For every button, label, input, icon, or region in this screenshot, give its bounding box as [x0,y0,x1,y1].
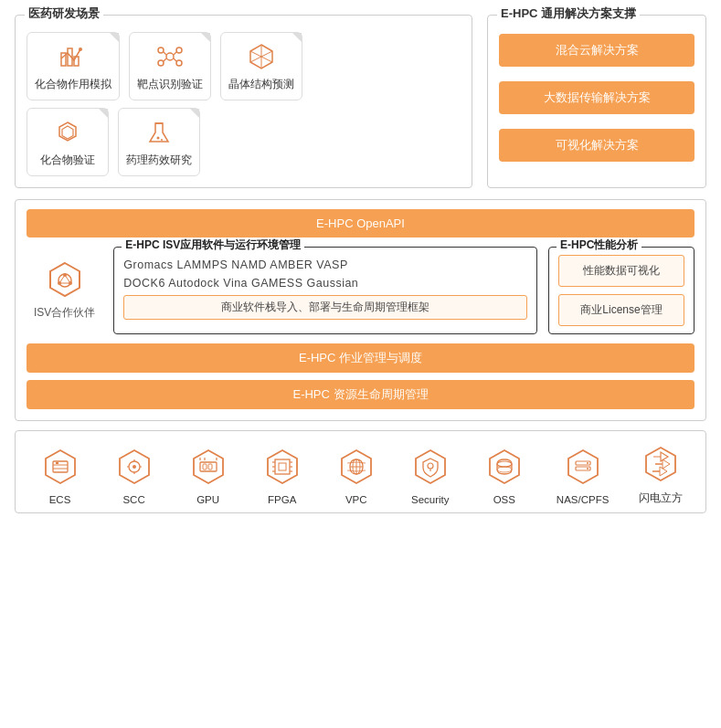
card-label-crystal-predict: 晶体结构预测 [228,77,294,92]
svg-point-4 [166,53,174,60]
software-row-2: DOCK6 Autodock Vina GAMESS Gaussian [123,277,527,290]
infra-nas: NAS/CPFS [557,445,610,505]
medical-section: 医药研发场景 化合物作用模拟 [15,15,472,188]
openapi-bar: E-HPC OpenAPI [27,209,694,237]
flash-label: 闪电立方 [639,491,683,505]
resource-bar: E-HPC 资源生命周期管理 [27,380,694,409]
perf-item-license: 商业License管理 [558,294,684,326]
ecs-label: ECS [49,494,71,505]
svg-line-10 [174,52,176,55]
scc-label: SCC [122,494,144,505]
svg-rect-45 [208,464,212,470]
svg-point-3 [79,47,82,51]
ecs-icon [38,445,82,489]
infra-security: Security [408,445,452,505]
job-bar: E-HPC 作业管理与调度 [27,343,694,373]
svg-point-62 [428,463,433,469]
software-list: Gromacs LAMMPS NAMD AMBER VASP DOCK6 Aut… [123,258,527,320]
svg-point-5 [158,47,164,53]
infra-oss: OSS [482,445,526,505]
svg-marker-30 [46,450,75,483]
perf-item-visualization: 性能数据可视化 [558,255,684,287]
gpu-label: GPU [196,494,219,505]
svg-point-37 [133,465,136,469]
vpc-label: VPC [345,494,367,505]
fpga-icon [260,445,304,489]
svg-point-6 [176,47,182,53]
crystal-icon [247,42,276,71]
svg-marker-49 [268,450,297,483]
hpc-perf-title: E-HPC性能分析 [557,237,641,253]
security-label: Security [411,494,450,505]
vpc-icon [334,445,378,489]
svg-point-8 [176,60,182,66]
ring-icon [53,118,82,147]
svg-point-21 [161,139,163,141]
infra-gpu: GPU [186,445,230,505]
gpu-icon [186,445,230,489]
svg-rect-34 [56,462,58,464]
hybrid-cloud-btn[interactable]: 混合云解决方案 [499,34,694,67]
scc-icon [112,445,156,489]
top-section: 医药研发场景 化合物作用模拟 [15,15,706,188]
svg-point-71 [587,462,588,464]
svg-marker-18 [62,126,73,139]
medical-grid: 化合物作用模拟 [27,32,461,176]
card-label-target-verify: 靶点识别验证 [137,77,203,92]
oss-label: OSS [493,494,515,505]
infra-section: ECS SCC [15,430,706,513]
svg-point-72 [587,468,588,470]
middle-content: ISV合作伙伴 E-HPC ISV应用软件与运行环境管理 Gromacs LAM… [27,247,694,334]
nas-label: NAS/CPFS [557,494,610,505]
svg-point-65 [497,461,512,467]
software-framework-row: 商业软件栈导入、部署与生命周期管理框架 [123,295,527,320]
svg-line-11 [164,58,166,61]
svg-rect-50 [275,459,290,474]
svg-line-12 [174,58,176,61]
svg-line-9 [164,52,166,55]
svg-point-67 [497,467,512,472]
card-label-compound-sim: 化合物作用模拟 [35,77,111,92]
card-label-pharma-research: 药理药效研究 [126,153,192,168]
software-row-1: Gromacs LAMMPS NAMD AMBER VASP [123,258,527,271]
svg-rect-44 [203,464,207,470]
svg-rect-31 [53,461,68,472]
hpc-perf-box: E-HPC性能分析 性能数据可视化 商业License管理 [548,247,694,334]
visualization-btn[interactable]: 可视化解决方案 [499,129,694,162]
svg-point-7 [158,60,164,66]
card-pharma-research: 药理药效研究 [118,108,200,176]
molecule-icon [155,42,185,71]
infra-scc: SCC [112,445,156,505]
infra-flash: 闪电立方 [639,442,683,505]
card-label-compound-verify: 化合物验证 [40,153,95,168]
isv-partner-label: ISV合作伙伴 [34,305,95,321]
hpc-solutions-section: E-HPC 通用解决方案支撑 混合云解决方案 大数据传输解决方案 可视化解决方案 [487,15,706,188]
card-target-verify: 靶点识别验证 [129,32,211,100]
medical-row-2: 化合物验证 药理药效研究 [27,108,461,176]
svg-rect-51 [279,463,286,470]
card-compound-verify: 化合物验证 [27,108,109,176]
infra-fpga: FPGA [260,445,304,505]
card-compound-sim: 化合物作用模拟 [27,32,120,100]
security-icon [408,445,452,489]
middle-section: E-HPC OpenAPI ISV合作伙伴 E-HPC ISV应用软件 [15,199,706,421]
isv-software-title: E-HPC ISV应用软件与运行环境管理 [122,237,304,253]
isv-partner-icon [46,261,84,300]
svg-marker-61 [416,450,445,483]
fpga-label: FPGA [268,494,296,505]
isv-software-box: E-HPC ISV应用软件与运行环境管理 Gromacs LAMMPS NAMD… [113,247,537,334]
nas-icon [561,445,605,489]
medical-row-1: 化合物作用模拟 [27,32,461,100]
card-crystal-predict: 晶体结构预测 [220,32,302,100]
flash-icon [639,442,683,486]
svg-marker-22 [50,263,80,296]
infra-ecs: ECS [38,445,82,505]
medical-title: 医药研发场景 [25,5,103,22]
oss-icon [482,445,526,489]
hpc-solutions-title: E-HPC 通用解决方案支撑 [497,5,640,22]
chart-icon [58,42,88,71]
flask-icon [144,118,174,147]
bigdata-transfer-btn[interactable]: 大数据传输解决方案 [499,81,694,114]
infra-vpc: VPC [334,445,378,505]
isv-partner-column: ISV合作伙伴 [27,247,102,334]
